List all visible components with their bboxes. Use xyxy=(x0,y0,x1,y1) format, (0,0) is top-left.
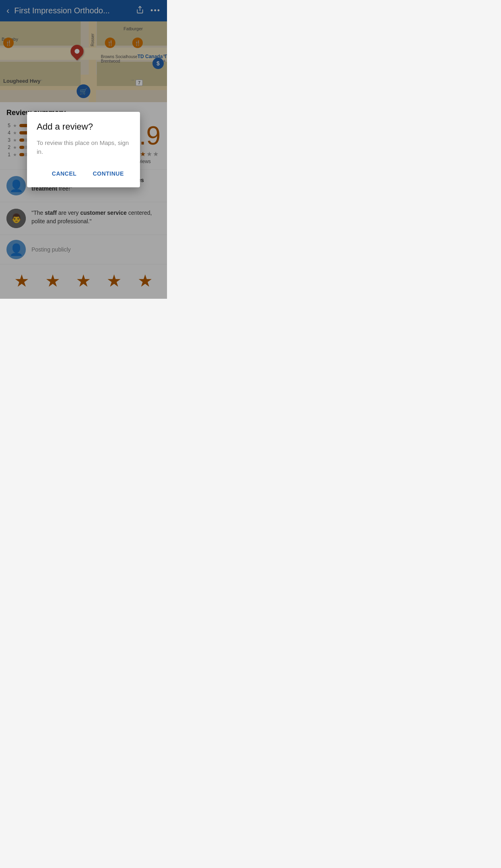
cancel-button[interactable]: CANCEL xyxy=(46,166,83,181)
dialog-body: To review this place on Maps, sign in. xyxy=(37,138,130,157)
dialog-actions: CANCEL CONTINUE xyxy=(37,166,130,184)
add-review-dialog: Add a review? To review this place on Ma… xyxy=(27,112,140,187)
continue-button[interactable]: CONTINUE xyxy=(86,166,130,181)
dialog-overlay: Add a review? To review this place on Ma… xyxy=(0,0,167,299)
dialog-title: Add a review? xyxy=(37,122,130,132)
